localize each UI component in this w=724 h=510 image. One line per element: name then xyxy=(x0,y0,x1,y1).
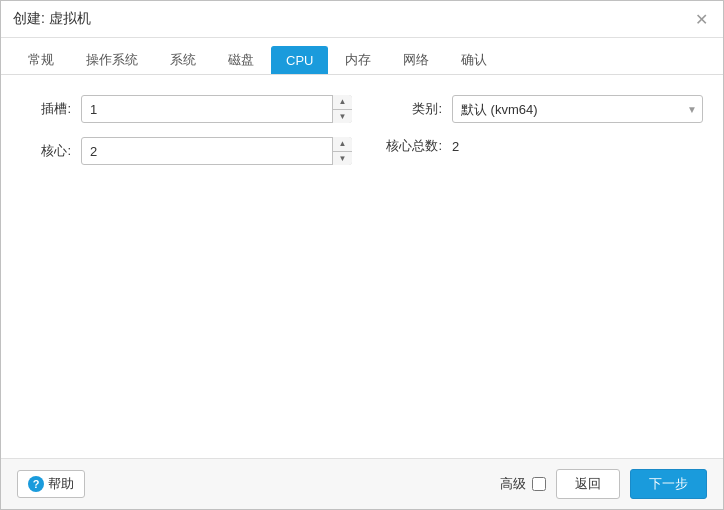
sockets-input[interactable] xyxy=(81,95,352,123)
tab-bar: 常规 操作系统 系统 磁盘 CPU 内存 网络 确认 xyxy=(1,38,723,75)
cpu-form: 插槽: ▲ ▼ 核心: ▲ xyxy=(21,95,703,165)
cores-spinner: ▲ ▼ xyxy=(332,137,352,165)
tab-disk[interactable]: 磁盘 xyxy=(213,44,269,75)
tab-network[interactable]: 网络 xyxy=(388,44,444,75)
close-button[interactable]: ✕ xyxy=(691,9,711,29)
create-vm-dialog: 创建: 虚拟机 ✕ 常规 操作系统 系统 磁盘 CPU 内存 网络 确认 插槽: xyxy=(0,0,724,510)
category-row: 类别: 默认 (kvm64) ▼ xyxy=(372,95,703,123)
cores-label: 核心: xyxy=(21,142,71,160)
cores-input-wrapper: ▲ ▼ xyxy=(81,137,352,165)
tab-cpu[interactable]: CPU xyxy=(271,46,328,74)
sockets-input-wrapper: ▲ ▼ xyxy=(81,95,352,123)
tab-os[interactable]: 操作系统 xyxy=(71,44,153,75)
cores-input[interactable] xyxy=(81,137,352,165)
back-button[interactable]: 返回 xyxy=(556,469,620,499)
cores-up-button[interactable]: ▲ xyxy=(333,137,352,152)
sockets-label: 插槽: xyxy=(21,100,71,118)
title-bar: 创建: 虚拟机 ✕ xyxy=(1,1,723,38)
total-cores-row: 核心总数: 2 xyxy=(372,137,703,155)
next-button[interactable]: 下一步 xyxy=(630,469,707,499)
advanced-area: 高级 xyxy=(500,475,546,493)
sockets-up-button[interactable]: ▲ xyxy=(333,95,352,110)
total-cores-label: 核心总数: xyxy=(372,137,442,155)
cores-down-button[interactable]: ▼ xyxy=(333,152,352,166)
advanced-checkbox[interactable] xyxy=(532,477,546,491)
help-button[interactable]: ? 帮助 xyxy=(17,470,85,498)
sockets-row: 插槽: ▲ ▼ xyxy=(21,95,352,123)
tab-memory[interactable]: 内存 xyxy=(330,44,386,75)
category-select-wrapper: 默认 (kvm64) ▼ xyxy=(452,95,703,123)
close-icon: ✕ xyxy=(695,10,708,29)
tab-confirm[interactable]: 确认 xyxy=(446,44,502,75)
category-label: 类别: xyxy=(372,100,442,118)
tab-general[interactable]: 常规 xyxy=(13,44,69,75)
content-area: 插槽: ▲ ▼ 核心: ▲ xyxy=(1,75,723,458)
tab-system[interactable]: 系统 xyxy=(155,44,211,75)
dialog-title: 创建: 虚拟机 xyxy=(13,10,91,28)
cores-row: 核心: ▲ ▼ xyxy=(21,137,352,165)
footer-right: 高级 返回 下一步 xyxy=(500,469,707,499)
left-section: 插槽: ▲ ▼ 核心: ▲ xyxy=(21,95,352,165)
category-select[interactable]: 默认 (kvm64) xyxy=(452,95,703,123)
sockets-down-button[interactable]: ▼ xyxy=(333,110,352,124)
help-icon: ? xyxy=(28,476,44,492)
right-section: 类别: 默认 (kvm64) ▼ 核心总数: 2 xyxy=(372,95,703,155)
help-label: 帮助 xyxy=(48,475,74,493)
advanced-label: 高级 xyxy=(500,475,526,493)
footer: ? 帮助 高级 返回 下一步 xyxy=(1,458,723,509)
footer-left: ? 帮助 xyxy=(17,470,85,498)
total-cores-value: 2 xyxy=(452,139,459,154)
sockets-spinner: ▲ ▼ xyxy=(332,95,352,123)
